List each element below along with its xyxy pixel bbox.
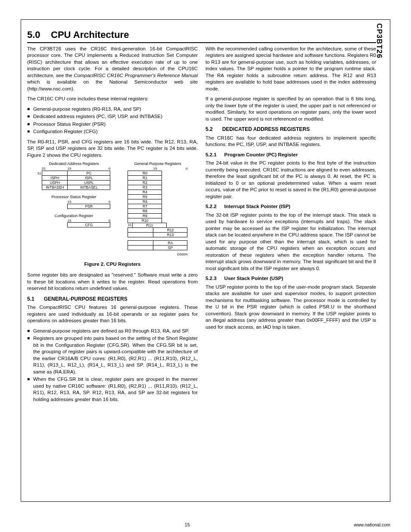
s521-p: The 24-bit value in the PC register poin…: [206, 160, 376, 200]
list-item: Processor Status Register (PSR): [27, 121, 198, 128]
list-item: Dedicated address registers (PC, ISP, US…: [27, 113, 198, 120]
s51-p1: The CompactRISC CPU features 16 general-…: [27, 304, 198, 324]
list-item: Registers are grouped into pairs based o…: [27, 335, 198, 375]
s522-p: The 32-bit ISP register points to the to…: [206, 212, 376, 272]
subhead-5-2-1: 5.2.1 Program Counter (PC) Register: [206, 152, 376, 159]
list-item: General-purpose registers are defined as…: [27, 328, 198, 335]
subhead-5-2-3: 5.2.3 User Stack Pointer (USP): [206, 275, 376, 282]
list-item: When the CFG.SR bit is clear, register p…: [27, 376, 198, 403]
s523-p: The USP register points to the top of th…: [206, 284, 376, 331]
figure-caption: Figure 2. CPU Registers: [27, 261, 198, 268]
intro-p2: The CR16C CPU core includes these intern…: [27, 96, 198, 103]
s51-p4: If a general-purpose register is specifi…: [206, 96, 376, 122]
footer-page-number: 15: [21, 522, 390, 528]
s51-p3: With the recommended calling convention …: [206, 46, 376, 93]
list-item: General-purpose registers (R0-R13, RA, a…: [27, 106, 198, 113]
s51-list: General-purpose registers are defined as…: [27, 328, 198, 403]
figure-cpu-registers: Dedicated Address Registers 23 15 0 31 P…: [27, 162, 198, 268]
list-item: Configuration Register (CFG): [27, 128, 198, 135]
footer-url: www.national.com: [354, 522, 390, 528]
page-footer: www.national.com 15: [21, 522, 390, 528]
s52-p1: The CR16C has four dedicated address reg…: [206, 135, 376, 148]
intro-p3: The R0-R11, PSR, and CFG registers are 1…: [27, 139, 198, 159]
intro-list: General-purpose registers (R0-R13, RA, a…: [27, 106, 198, 135]
subhead-5-1: 5.1 GENERAL-PURPOSE REGISTERS: [27, 296, 198, 302]
section-title: 5.0 CPU Architecture: [27, 28, 376, 43]
intro-p1: The CP3BT26 uses the CR16C third-generat…: [27, 46, 198, 93]
reserved-p: Some register bits are designated as "re…: [27, 272, 198, 292]
subhead-5-2-2: 5.2.2 Interrupt Stack Pointer (ISP): [206, 203, 376, 210]
title-text: CPU Architecture: [51, 29, 129, 40]
subhead-5-2: 5.2 DEDICATED ADDRESS REGISTERS: [206, 126, 376, 133]
title-number: 5.0: [27, 29, 40, 40]
side-tab: CP3BT26: [374, 23, 384, 59]
